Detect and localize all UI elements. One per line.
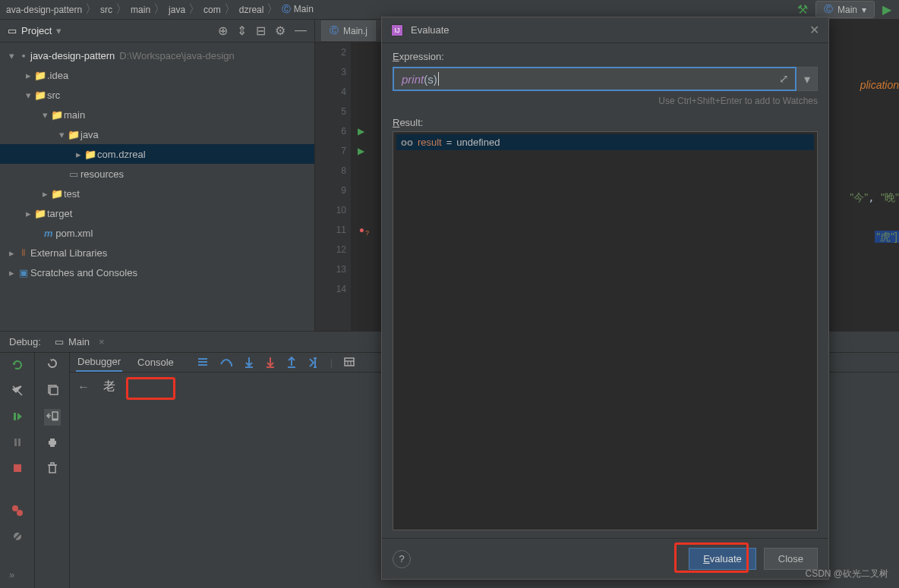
help-button[interactable]: ? xyxy=(393,550,411,568)
mute-breakpoints-button[interactable] xyxy=(10,529,25,544)
drop-frame-button[interactable] xyxy=(46,383,58,398)
chevron-down-icon: ▾ xyxy=(804,72,810,86)
result-panel[interactable]: oo result = undefined xyxy=(393,131,818,530)
result-label: RResult:esult: xyxy=(393,117,818,128)
debug-toolbar-frames xyxy=(35,353,70,588)
svg-rect-14 xyxy=(50,445,55,447)
tree-item[interactable]: m pom.xml xyxy=(0,223,314,243)
svg-rect-12 xyxy=(49,441,56,445)
source-folder-icon: 📁 xyxy=(67,129,80,140)
hint-text: Use Ctrl+Shift+Enter to add to Watches xyxy=(393,96,818,106)
intellij-icon: IJ xyxy=(391,24,403,36)
run-to-cursor-icon[interactable] xyxy=(308,357,320,369)
svg-rect-9 xyxy=(50,387,58,395)
force-step-into-icon[interactable] xyxy=(265,357,276,369)
package-icon: 📁 xyxy=(84,149,97,160)
class-icon: Ⓒ xyxy=(330,24,339,37)
expression-input[interactable]: print(s) ⤢ xyxy=(393,67,796,91)
debug-tab[interactable]: ▭Main× xyxy=(55,336,105,347)
frame-text[interactable]: 老 xyxy=(103,379,115,395)
tree-item[interactable]: ▸⫴External Libraries xyxy=(0,243,314,263)
tree-item[interactable]: ▸📁target xyxy=(0,203,314,223)
target-icon[interactable]: ⊕ xyxy=(218,24,228,38)
dialog-titlebar[interactable]: IJ Evaluate ✕ xyxy=(382,17,828,43)
evaluate-button[interactable]: Evaluate xyxy=(689,548,756,570)
watermark: CSDN @砍光二叉树 xyxy=(805,568,888,580)
breadcrumb-item[interactable]: java xyxy=(169,5,185,15)
debugger-tab[interactable]: Debugger xyxy=(76,353,122,372)
run-config-dropdown[interactable]: ⒸMain ▾ xyxy=(815,1,875,18)
close-icon[interactable]: × xyxy=(99,336,105,347)
resume-button[interactable] xyxy=(10,409,25,424)
folder-icon: 📁 xyxy=(50,188,64,200)
history-dropdown[interactable]: ▾ xyxy=(796,67,818,91)
hide-icon[interactable]: — xyxy=(295,24,307,38)
stop-button[interactable] xyxy=(10,461,25,476)
target-folder-icon: 📁 xyxy=(33,208,47,219)
tree-root[interactable]: ▾▪java-design-patternD:\Workspace\java-d… xyxy=(0,46,314,65)
project-panel: ▭Project ▾ ⊕ ⇕ ⊟ ⚙ — ▾▪java-design-patte… xyxy=(0,20,315,331)
breadcrumb-item[interactable]: main xyxy=(131,5,150,15)
project-title: Project xyxy=(21,25,52,36)
module-icon: ▪ xyxy=(17,50,30,61)
project-icon: ▭ xyxy=(8,25,17,36)
modify-run-button[interactable] xyxy=(10,383,25,398)
svg-rect-17 xyxy=(51,463,54,465)
frame-arrow-icon[interactable]: ← xyxy=(77,380,90,394)
print-button[interactable] xyxy=(46,436,58,451)
evaluate-dialog: IJ Evaluate ✕ EExpression:xpression: pri… xyxy=(381,17,829,580)
tree-item[interactable]: ▾📁main xyxy=(0,105,314,124)
folder-icon: 📁 xyxy=(33,90,47,101)
view-breakpoints-button[interactable] xyxy=(10,503,25,518)
tree-item[interactable]: ▸📁test xyxy=(0,184,314,203)
threads-icon[interactable] xyxy=(197,357,209,369)
collapse-icon[interactable]: ⊟ xyxy=(256,24,266,38)
breadcrumb-item[interactable]: src xyxy=(100,5,112,15)
project-tree[interactable]: ▾▪java-design-patternD:\Workspace\java-d… xyxy=(0,42,314,285)
tree-item[interactable]: ▾📁src xyxy=(0,85,314,105)
debug-title: Debug: xyxy=(9,336,41,347)
tree-item[interactable]: ▸▣Scratches and Consoles xyxy=(0,263,314,282)
svg-rect-0 xyxy=(14,413,16,420)
breadcrumb-item[interactable]: dzreal xyxy=(239,5,264,15)
expression-label: EExpression:xpression: xyxy=(393,51,818,62)
debug-toolbar-left xyxy=(0,353,35,588)
breadcrumb-item[interactable]: com xyxy=(203,5,221,15)
pause-button[interactable] xyxy=(10,435,25,450)
gear-icon[interactable]: ⚙ xyxy=(275,24,285,38)
libraries-icon: ⫴ xyxy=(17,247,30,259)
breadcrumb-item[interactable]: Ⓒ Main xyxy=(282,3,313,16)
tree-item[interactable]: ▾📁java xyxy=(0,124,314,144)
run-icon[interactable]: ▶ xyxy=(882,2,891,17)
breadcrumb-item[interactable]: ava-design-pattern xyxy=(6,5,82,15)
thread-dump-button[interactable] xyxy=(44,409,61,426)
expand-icon[interactable]: ⤢ xyxy=(779,72,789,86)
dialog-title: Evaluate xyxy=(411,24,450,36)
chevron-down-icon: ▾ xyxy=(862,5,866,15)
trash-button[interactable] xyxy=(47,462,58,477)
close-icon[interactable]: ✕ xyxy=(809,23,819,37)
tree-item[interactable]: ▸📁.idea xyxy=(0,65,314,85)
breadcrumb-sep-icon: 〉 xyxy=(153,2,166,17)
gutter[interactable]: 2 3 4 5 6▶ 7▶ 8 9 10 11●? 12 13 14 xyxy=(315,20,352,331)
chevron-down-icon[interactable]: ▾ xyxy=(56,25,62,36)
expand-tool-window-icon[interactable]: » xyxy=(9,569,16,580)
console-tab[interactable]: Console xyxy=(136,354,175,371)
svg-rect-31 xyxy=(345,358,354,366)
expand-icon[interactable]: ⇕ xyxy=(237,24,247,38)
result-row[interactable]: oo result = undefined xyxy=(396,134,814,150)
svg-point-4 xyxy=(12,505,18,511)
evaluate-icon[interactable] xyxy=(343,357,355,369)
scratches-icon: ▣ xyxy=(17,267,30,278)
step-over-icon[interactable] xyxy=(219,357,233,369)
close-button[interactable]: Close xyxy=(764,548,818,570)
tree-item[interactable]: ▭resources xyxy=(0,164,314,184)
rerun-button[interactable] xyxy=(10,357,25,373)
step-out-icon[interactable] xyxy=(286,357,297,369)
hammer-icon[interactable]: ⚒ xyxy=(797,2,808,17)
svg-rect-15 xyxy=(49,465,55,473)
step-into-icon[interactable] xyxy=(244,357,254,369)
restart-frame-button[interactable] xyxy=(46,357,58,373)
run-config-icon: ▭ xyxy=(55,336,64,347)
tree-item-selected[interactable]: ▸📁com.dzreal xyxy=(0,144,314,164)
